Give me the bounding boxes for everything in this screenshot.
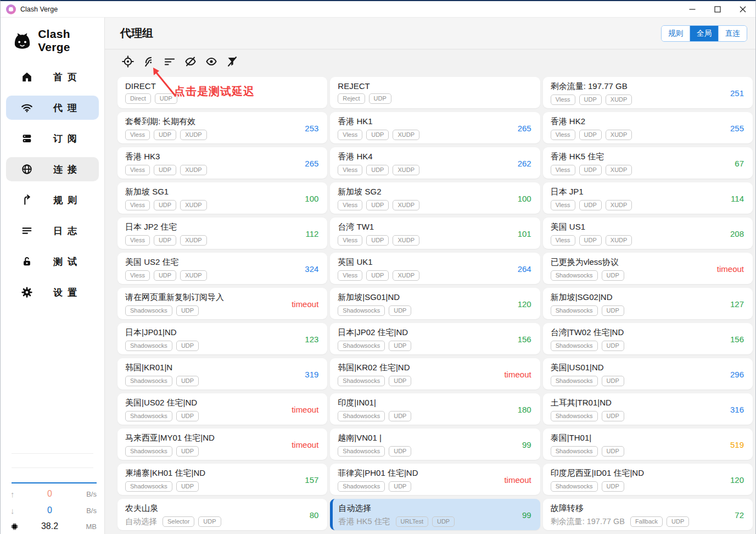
latency-value[interactable]: timeout (292, 299, 318, 308)
proxy-card[interactable]: 土耳其|TR01|NDShadowsocksUDP316 (543, 393, 753, 425)
latency-value[interactable]: 127 (730, 299, 744, 308)
proxy-group-card[interactable]: 故障转移剩余流量: 197.77 GBFallbackUDP72 (543, 499, 753, 530)
latency-value[interactable]: 265 (305, 158, 318, 168)
sidebar-item-connections[interactable]: 连接 (6, 157, 99, 181)
proxy-card[interactable]: 新加坡 SG2VlessUDPXUDP100 (330, 182, 540, 214)
proxy-card[interactable]: 新加坡|SG02|NDShadowsocksUDP127 (543, 288, 753, 319)
proxy-card[interactable]: 日本 JP1VlessUDPXUDP114 (543, 182, 753, 214)
proxy-card[interactable]: 美国 US2 住宅VlessUDPXUDP324 (117, 253, 327, 284)
eye-icon[interactable] (205, 55, 217, 68)
sidebar-item-tests[interactable]: 测试 (6, 249, 99, 274)
proxy-card[interactable]: 印度|IN01|ShadowsocksUDP180 (330, 393, 540, 425)
latency-value[interactable]: 296 (730, 369, 744, 379)
proxy-group-card[interactable]: 自动选择香港 HK5 住宅URLTestUDP99 (330, 499, 540, 530)
proxy-card[interactable]: 柬埔寨|KH01 住宅|NDShadowsocksUDP157 (117, 464, 327, 495)
delay-test-icon[interactable] (143, 55, 155, 68)
proxy-card[interactable]: 套餐到期: 长期有效VlessUDPXUDP253 (117, 112, 327, 143)
proxy-card[interactable]: 日本|JP02 住宅|NDShadowsocksUDP156 (330, 323, 540, 354)
latency-value[interactable]: timeout (292, 404, 318, 414)
proxy-card[interactable]: 香港 HK2VlessUDPXUDP255 (543, 112, 753, 143)
proxy-card[interactable]: 印度尼西亚|ID01 住宅|NDShadowsocksUDP120 (543, 464, 753, 495)
latency-value[interactable]: 72 (735, 510, 744, 519)
proxy-card[interactable]: 韩国|KR02 住宅|NDShadowsocksUDPtimeout (330, 358, 540, 390)
sidebar-item-profiles[interactable]: 订阅 (6, 126, 99, 151)
latency-value[interactable]: timeout (504, 369, 531, 379)
proxy-card[interactable]: 马来西亚|MY01 住宅|NDShadowsocksUDPtimeout (117, 429, 327, 460)
latency-value[interactable]: 123 (305, 334, 318, 343)
proxy-card[interactable]: 英国 UK1VlessUDPXUDP264 (330, 253, 540, 284)
proxy-card[interactable]: 已更换为vless协议ShadowsocksUDPtimeout (543, 253, 753, 284)
eye-off-icon[interactable] (184, 55, 197, 68)
latency-value[interactable]: 255 (730, 123, 744, 132)
proxy-card[interactable]: 美国|US01|NDShadowsocksUDP296 (543, 358, 753, 390)
proxy-card[interactable]: 美国 US1VlessUDPXUDP208 (543, 218, 753, 249)
latency-value[interactable]: 316 (730, 404, 744, 414)
latency-value[interactable]: 180 (518, 404, 531, 414)
latency-value[interactable]: timeout (504, 475, 531, 484)
latency-value[interactable]: 265 (518, 123, 531, 132)
minimize-button[interactable] (680, 1, 705, 18)
latency-value[interactable]: 112 (305, 229, 318, 238)
protocol-chip: UDP (602, 481, 624, 492)
maximize-button[interactable] (705, 1, 730, 18)
proxy-card[interactable]: 剩余流量: 197.77 GBVlessUDPXUDP251 (543, 77, 753, 108)
latency-value[interactable]: 208 (730, 229, 744, 238)
memory-row[interactable]: 38.2 MB (7, 519, 98, 534)
proxy-card[interactable]: 日本|JP01|NDShadowsocksUDP123 (117, 323, 327, 354)
close-button[interactable] (730, 1, 755, 18)
proxy-group-card[interactable]: 农夫山泉自动选择SelectorUDP80 (117, 499, 327, 530)
latency-value[interactable]: 80 (310, 510, 319, 519)
latency-value[interactable]: 99 (522, 510, 531, 519)
proxy-card[interactable]: 韩国|KR01|NShadowsocksUDP319 (117, 358, 327, 390)
proxy-card[interactable]: 越南|VN01 |ShadowsocksUDP99 (330, 429, 540, 460)
proxy-card[interactable]: DIRECTDirectUDP (117, 77, 327, 108)
proxy-card[interactable]: 新加坡|SG01|NDShadowsocksUDP120 (330, 288, 540, 319)
latency-value[interactable]: 156 (518, 334, 531, 343)
sidebar-item-logs[interactable]: 日志 (6, 219, 99, 243)
proxy-card[interactable]: 泰国|TH01|ShadowsocksUDP519 (543, 429, 753, 460)
proxy-card[interactable]: 香港 HK5 住宅VlessUDPXUDP67 (543, 147, 753, 179)
proxy-card[interactable]: 台湾 TW1VlessUDPXUDP101 (330, 218, 540, 249)
latency-value[interactable]: 120 (730, 475, 744, 484)
latency-value[interactable]: 114 (731, 193, 744, 203)
latency-value[interactable]: 262 (518, 158, 531, 168)
proxy-card[interactable]: 新加坡 SG1VlessUDPXUDP100 (117, 182, 327, 214)
latency-value[interactable]: 100 (305, 193, 318, 203)
locate-icon[interactable] (122, 55, 134, 68)
latency-value[interactable]: 253 (305, 123, 318, 132)
latency-value[interactable]: 519 (730, 440, 744, 449)
mode-rule-button[interactable]: 规则 (662, 26, 690, 41)
sidebar-item-proxies[interactable]: 代理 (6, 96, 99, 120)
sort-icon[interactable] (164, 55, 176, 68)
proxy-card[interactable]: 日本 JP2 住宅VlessUDPXUDP112 (117, 218, 327, 249)
proxy-card[interactable]: 香港 HK4VlessUDPXUDP262 (330, 147, 540, 179)
latency-value[interactable]: timeout (292, 440, 318, 449)
proxy-name: 美国|US01|ND (551, 363, 745, 373)
filter-off-icon[interactable] (226, 55, 238, 68)
latency-value[interactable]: 67 (735, 158, 744, 168)
latency-value[interactable]: 319 (305, 369, 318, 379)
sidebar-item-settings[interactable]: 设置 (6, 280, 99, 304)
latency-value[interactable]: 251 (730, 88, 744, 97)
proxy-card[interactable]: 香港 HK1VlessUDPXUDP265 (330, 112, 540, 143)
latency-value[interactable]: 120 (518, 299, 531, 308)
latency-value[interactable]: 99 (522, 440, 531, 449)
proxy-card[interactable]: 台湾|TW02 住宅|NDShadowsocksUDP156 (543, 323, 753, 354)
latency-value[interactable]: 157 (305, 475, 318, 484)
latency-value[interactable]: timeout (717, 264, 744, 273)
chip-row: VlessUDPXUDP (125, 130, 320, 140)
proxy-card[interactable]: 美国|US02 住宅|NDShadowsocksUDPtimeout (117, 393, 327, 425)
latency-value[interactable]: 100 (518, 193, 531, 203)
proxy-card[interactable]: 香港 HK3VlessUDPXUDP265 (117, 147, 327, 179)
latency-value[interactable]: 264 (518, 264, 531, 273)
sidebar-item-rules[interactable]: 规则 (6, 188, 99, 212)
mode-direct-button[interactable]: 直连 (719, 26, 747, 41)
latency-value[interactable]: 101 (518, 229, 531, 238)
proxy-card[interactable]: 菲律宾|PH01 住宅|NDShadowsocksUDPtimeout (330, 464, 540, 495)
mode-global-button[interactable]: 全局 (690, 26, 719, 41)
proxy-card[interactable]: REJECTRejectUDP (330, 77, 540, 108)
latency-value[interactable]: 156 (730, 334, 744, 343)
proxy-card[interactable]: 请在网页重新复制订阅导入ShadowsocksUDPtimeout (117, 288, 327, 319)
sidebar-item-home[interactable]: 首页 (6, 65, 99, 89)
latency-value[interactable]: 324 (305, 264, 318, 273)
